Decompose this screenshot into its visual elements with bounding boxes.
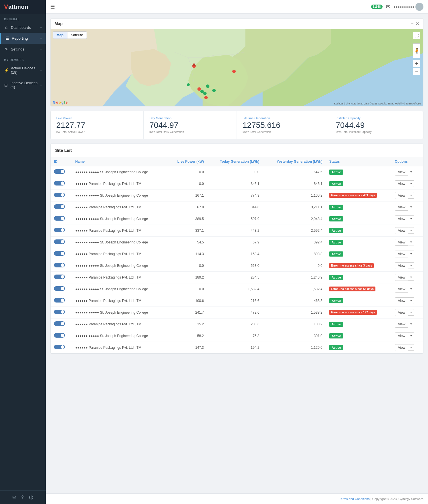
notification-badge[interactable]: 31938	[371, 5, 383, 9]
page-footer: Terms and Conditions | Copyright © 2023,…	[46, 493, 428, 504]
sidebar-item-settings[interactable]: ✎ Settings ▾	[0, 44, 46, 55]
send-icon[interactable]: ✉	[12, 495, 16, 500]
view-dropdown-button[interactable]: ▾	[408, 180, 414, 187]
device-toggle[interactable]	[54, 251, 65, 256]
view-button[interactable]: View	[395, 227, 409, 234]
table-row: ●●●●●● ●●●●● St. Joseph Engineering Coll…	[51, 307, 423, 318]
cell-name: ●●●●●● ●●●●● St. Joseph Engineering Coll…	[72, 307, 167, 318]
view-dropdown-button[interactable]: ▾	[408, 344, 414, 351]
cell-today-gen: 846.1	[207, 178, 263, 189]
sidebar-item-active-devices[interactable]: ⚡ Active Devices (18) ▾	[0, 63, 46, 78]
device-toggle[interactable]	[54, 310, 65, 314]
fullscreen-button[interactable]: ⛶	[413, 32, 420, 39]
cell-yesterday-gen: 3,211.1	[263, 201, 326, 213]
cell-id	[51, 271, 72, 283]
mail-icon[interactable]: ✉	[386, 4, 390, 10]
view-dropdown-button[interactable]: ▾	[408, 192, 414, 199]
status-badge: Active	[329, 170, 343, 175]
device-toggle[interactable]	[54, 216, 65, 221]
close-icon[interactable]: ✕	[416, 21, 419, 26]
active-devices-label: Active Devices (18)	[11, 66, 40, 74]
help-icon[interactable]: ?	[21, 495, 24, 500]
cell-yesterday-gen: 108.2	[263, 318, 326, 330]
cell-live-power: 337.1	[167, 225, 207, 236]
cell-options: View▾	[391, 248, 423, 260]
street-view-button[interactable]: 🧍	[413, 43, 420, 58]
view-button[interactable]: View	[395, 251, 409, 257]
col-options: Options	[391, 157, 423, 166]
sidebar-item-reporting[interactable]: ☰ Reporting ▾	[0, 33, 46, 44]
hamburger-icon[interactable]: ☰	[50, 4, 55, 10]
view-button[interactable]: View	[395, 344, 409, 351]
power-icon[interactable]: ⏻	[29, 495, 33, 500]
active-devices-chevron-icon: ▾	[40, 69, 42, 72]
view-button[interactable]: View	[395, 297, 409, 304]
status-badge: Active	[329, 333, 343, 338]
cell-id	[51, 260, 72, 271]
device-toggle[interactable]	[54, 239, 65, 244]
map-panel: Map − ✕	[50, 18, 423, 106]
view-button[interactable]: View	[395, 321, 409, 328]
map-type-map-button[interactable]: Map	[53, 31, 67, 39]
col-today-gen: Today Generation (kWh)	[207, 157, 263, 166]
status-badge: Active	[329, 228, 343, 233]
live-power-value: 2127.77	[56, 121, 138, 130]
minimize-icon[interactable]: −	[411, 21, 413, 26]
terms-link[interactable]: Terms and Conditions	[339, 497, 369, 501]
device-toggle[interactable]	[54, 204, 65, 209]
view-button[interactable]: View	[395, 309, 409, 316]
device-toggle[interactable]	[54, 169, 65, 174]
device-toggle[interactable]	[54, 193, 65, 197]
view-dropdown-button[interactable]: ▾	[408, 169, 414, 175]
device-toggle[interactable]	[54, 286, 65, 291]
main-area: ☰ 31938 ✉ ●●●●●●●●●● Map − ✕	[46, 0, 428, 504]
view-dropdown-button[interactable]: ▾	[408, 227, 414, 234]
view-button[interactable]: View	[395, 262, 409, 269]
reporting-label: Reporting	[12, 36, 28, 41]
device-toggle[interactable]	[54, 228, 65, 232]
device-toggle[interactable]	[54, 181, 65, 186]
view-button[interactable]: View	[395, 239, 409, 246]
cell-live-power: 58.2	[167, 330, 207, 342]
view-dropdown-button[interactable]: ▾	[408, 297, 414, 304]
view-dropdown-button[interactable]: ▾	[408, 332, 414, 339]
cell-options: View▾	[391, 260, 423, 271]
table-row: ●●●●●● Paranjpe Packagings Pvt. Ltd., TM…	[51, 225, 423, 236]
zoom-out-button[interactable]: −	[413, 68, 420, 75]
cell-today-gen: 75.8	[207, 330, 263, 342]
lifetime-gen-label: Lifetime Generation	[243, 116, 324, 120]
view-button[interactable]: View	[395, 192, 409, 199]
device-toggle[interactable]	[54, 321, 65, 326]
sidebar-item-dashboards[interactable]: ⌂ Dashboards ▾	[0, 22, 46, 33]
view-button[interactable]: View	[395, 215, 409, 222]
view-button[interactable]: View	[395, 274, 409, 281]
map-type-satellite-button[interactable]: Satellite	[67, 31, 87, 39]
device-toggle[interactable]	[54, 263, 65, 267]
stat-live-power: Live Power 2127.77 kW Total Active Power	[51, 111, 144, 139]
device-toggle[interactable]	[54, 275, 65, 279]
view-dropdown-button[interactable]: ▾	[408, 239, 414, 245]
view-dropdown-button[interactable]: ▾	[408, 321, 414, 327]
view-dropdown-button[interactable]: ▾	[408, 251, 414, 257]
cell-id	[51, 330, 72, 342]
cell-today-gen: 194.2	[207, 342, 263, 353]
view-dropdown-button[interactable]: ▾	[408, 309, 414, 316]
device-toggle[interactable]	[54, 298, 65, 303]
cell-live-power: 114.3	[167, 248, 207, 260]
svg-point-6	[197, 87, 201, 91]
device-toggle[interactable]	[54, 345, 65, 349]
sidebar-item-inactive-devices[interactable]: ⊞ Inactive Devices (4) ▾	[0, 78, 46, 92]
view-dropdown-button[interactable]: ▾	[408, 286, 414, 292]
view-button[interactable]: View	[395, 332, 409, 339]
view-button[interactable]: View	[395, 169, 409, 176]
view-dropdown-button[interactable]: ▾	[408, 204, 414, 210]
zoom-in-button[interactable]: +	[413, 60, 420, 67]
lifetime-gen-value: 12755.616	[243, 121, 324, 130]
view-button[interactable]: View	[395, 204, 409, 211]
view-dropdown-button[interactable]: ▾	[408, 215, 414, 222]
device-toggle[interactable]	[54, 333, 65, 338]
view-button[interactable]: View	[395, 180, 409, 187]
view-dropdown-button[interactable]: ▾	[408, 262, 414, 269]
view-button[interactable]: View	[395, 286, 409, 293]
view-dropdown-button[interactable]: ▾	[408, 274, 414, 281]
